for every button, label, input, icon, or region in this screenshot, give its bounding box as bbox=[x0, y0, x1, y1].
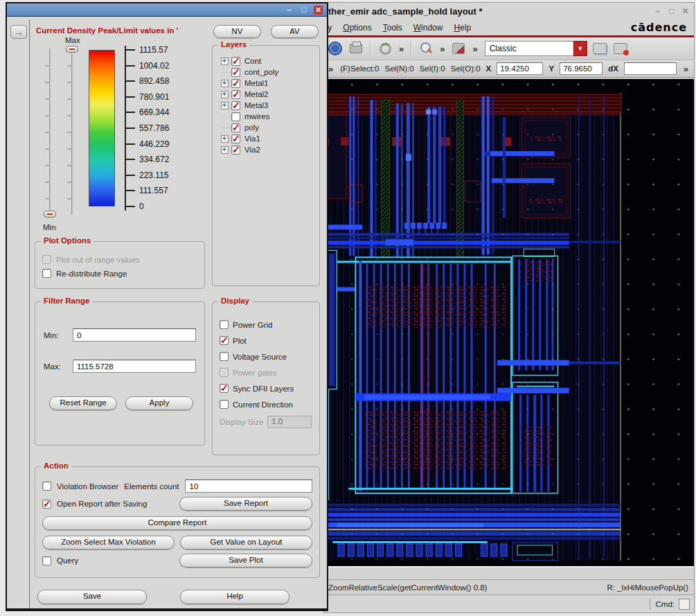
min-slider-handle[interactable] bbox=[44, 211, 56, 218]
sel-n-count: Sel(N):0 bbox=[384, 64, 413, 73]
compare-report-button[interactable]: Compare Report bbox=[42, 516, 312, 530]
open-report-checkbox[interactable] bbox=[42, 500, 51, 509]
layer-row-via2[interactable]: Via2 bbox=[221, 144, 314, 155]
plot-out-of-range-checkbox bbox=[42, 255, 51, 264]
expand-icon[interactable] bbox=[221, 91, 229, 98]
layer-row-metal2[interactable]: Metal2 bbox=[221, 89, 314, 100]
nv-button[interactable]: NV bbox=[213, 25, 261, 38]
query-checkbox[interactable] bbox=[42, 556, 51, 565]
x-coord-field[interactable]: 19.4250 bbox=[497, 62, 543, 75]
layer-checkbox[interactable] bbox=[231, 112, 240, 121]
current-direction-checkbox[interactable] bbox=[220, 400, 229, 409]
redistribute-range-checkbox[interactable] bbox=[42, 269, 51, 278]
chevron-down-icon[interactable]: ▼ bbox=[573, 41, 587, 56]
sync-dfii-checkbox[interactable] bbox=[220, 384, 229, 393]
save-button[interactable]: Save bbox=[37, 590, 147, 604]
print-icon[interactable] bbox=[348, 40, 364, 57]
voltage-source-checkbox[interactable] bbox=[220, 352, 229, 361]
layer-checkbox[interactable] bbox=[231, 146, 240, 155]
layer-row-metal3[interactable]: Metal3 bbox=[221, 100, 314, 111]
min-slider[interactable] bbox=[44, 49, 55, 215]
dialog-close-icon[interactable]: ✕ bbox=[314, 6, 323, 15]
layer-checkbox[interactable] bbox=[231, 79, 240, 88]
av-button[interactable]: AV bbox=[271, 25, 319, 38]
maximize-icon[interactable]: □ bbox=[667, 6, 676, 16]
layout-titlebar[interactable]: ther_emir adc_sample_hold layout * – □ ✕ bbox=[323, 3, 694, 19]
layer-checkbox[interactable] bbox=[231, 123, 240, 132]
display-style-combo[interactable]: Classic ▼ bbox=[485, 41, 587, 56]
redistribute-range-option[interactable]: Re-distribute Range bbox=[42, 269, 197, 278]
layer-row-metal1[interactable]: Metal1 bbox=[221, 78, 314, 89]
layer-checkbox[interactable] bbox=[231, 101, 240, 110]
min-label: Min bbox=[43, 223, 205, 231]
tick-value: 1004.02 bbox=[139, 61, 169, 71]
save-plot-button[interactable]: Save Plot bbox=[179, 554, 312, 567]
layer-row-cont-poly[interactable]: cont_poly bbox=[221, 67, 314, 78]
close-icon[interactable]: ✕ bbox=[681, 6, 690, 16]
layer-row-poly[interactable]: poly bbox=[221, 122, 314, 133]
expand-icon[interactable] bbox=[221, 135, 229, 143]
toolbar-overflow-icon[interactable]: » bbox=[398, 44, 405, 54]
menu-item-tools[interactable]: Tools bbox=[383, 23, 402, 33]
layout-canvas[interactable] bbox=[323, 78, 694, 566]
display-options-icon[interactable] bbox=[612, 40, 629, 57]
expand-icon[interactable] bbox=[221, 146, 229, 154]
reset-range-button[interactable]: Reset Range bbox=[49, 396, 117, 410]
detach-arrow-icon[interactable]: → bbox=[10, 25, 27, 39]
dx-field[interactable] bbox=[624, 62, 677, 75]
current-direction-option[interactable]: Current Direction bbox=[220, 400, 312, 409]
apply-button[interactable]: Apply bbox=[125, 396, 193, 410]
cmd-input[interactable] bbox=[679, 599, 690, 610]
save-report-button[interactable]: Save Report bbox=[179, 497, 312, 511]
voltage-source-option[interactable]: Voltage Source bbox=[220, 352, 312, 361]
zoom-overflow-icon[interactable]: » bbox=[438, 44, 446, 54]
plot-option[interactable]: Plot bbox=[220, 336, 312, 345]
menu-item-help[interactable]: Help bbox=[454, 23, 471, 33]
display-style-value[interactable]: Classic bbox=[485, 41, 573, 56]
info-icon[interactable] bbox=[327, 40, 343, 57]
main-toolbar: » » » Classic ▼ bbox=[323, 37, 694, 60]
layer-checkbox[interactable] bbox=[231, 68, 240, 77]
layer-row-via1[interactable]: Via1 bbox=[221, 133, 314, 144]
help-button[interactable]: Help bbox=[180, 590, 289, 604]
sync-dfii-option[interactable]: Sync DFII Layers bbox=[220, 384, 312, 393]
menu-item-options[interactable]: Options bbox=[343, 23, 371, 33]
max-slider[interactable] bbox=[66, 49, 78, 215]
dialog-titlebar[interactable]: – □ ✕ bbox=[7, 3, 327, 17]
power-grid-option[interactable]: Power Grid bbox=[220, 320, 312, 329]
minimize-icon[interactable]: – bbox=[653, 6, 662, 16]
expand-icon[interactable] bbox=[221, 58, 229, 65]
elements-count-label: Elements count bbox=[124, 482, 179, 491]
elements-count-input[interactable]: 10 bbox=[185, 479, 312, 493]
get-value-on-layout-button[interactable]: Get Value on Layout bbox=[180, 536, 312, 549]
tick-value: 111.557 bbox=[139, 186, 168, 195]
layer-checkbox[interactable] bbox=[231, 57, 240, 66]
filter-min-input[interactable]: 0 bbox=[73, 328, 196, 342]
plot-options-title: Plot Options bbox=[41, 236, 93, 245]
layer-checkbox[interactable] bbox=[231, 134, 240, 143]
filter-max-input[interactable]: 1115.5728 bbox=[73, 360, 196, 373]
expand-icon[interactable] bbox=[221, 102, 229, 109]
probe-tool-icon[interactable] bbox=[450, 40, 467, 57]
filter-min-label: Min: bbox=[44, 331, 67, 340]
violation-browser-checkbox[interactable] bbox=[42, 482, 51, 491]
layer-row-cont[interactable]: Cont bbox=[221, 55, 314, 67]
power-gates-option: Power gates bbox=[220, 368, 312, 377]
dialog-minimize-icon[interactable]: – bbox=[285, 6, 294, 15]
layer-row-mwires[interactable]: mwires bbox=[221, 111, 314, 122]
plot-checkbox[interactable] bbox=[220, 336, 229, 345]
zoom-tool-icon[interactable] bbox=[418, 40, 434, 57]
expand-icon[interactable] bbox=[221, 80, 229, 87]
layers-panel-icon[interactable] bbox=[591, 40, 608, 57]
probe-overflow-icon[interactable]: » bbox=[471, 44, 479, 54]
power-grid-checkbox[interactable] bbox=[220, 320, 229, 329]
max-slider-handle[interactable] bbox=[66, 46, 78, 53]
layer-checkbox[interactable] bbox=[231, 90, 240, 99]
y-coord-field[interactable]: 76.9650 bbox=[560, 62, 603, 75]
menu-item-window[interactable]: Window bbox=[413, 23, 443, 33]
dialog-maximize-icon[interactable]: □ bbox=[299, 6, 308, 15]
status-overflow-right-icon[interactable]: » bbox=[682, 64, 690, 74]
chip-layout-graphic bbox=[323, 79, 694, 566]
zoom-select-max-violation-button[interactable]: Zoom Select Max Violation bbox=[42, 536, 175, 549]
refresh-icon[interactable] bbox=[377, 40, 393, 57]
